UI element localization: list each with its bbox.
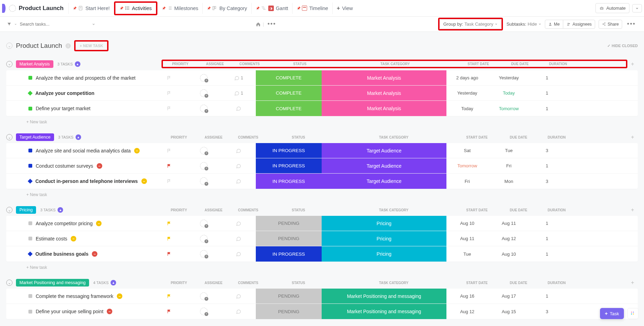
comment-icon[interactable] — [236, 236, 241, 241]
comment-icon[interactable] — [236, 178, 241, 184]
view-milestones[interactable]: 📌 Milestones — [157, 3, 202, 14]
due-date[interactable]: Aug 10 — [488, 252, 530, 257]
duration[interactable]: 1 — [530, 221, 564, 226]
comment-icon[interactable] — [236, 251, 241, 257]
start-date[interactable]: Aug 12 — [446, 309, 488, 314]
assignee-icon[interactable] — [200, 147, 208, 155]
flag-icon[interactable] — [167, 221, 172, 226]
sort-badge[interactable]: ▲ — [76, 134, 81, 140]
assignee-icon[interactable] — [200, 292, 208, 300]
col-priority[interactable]: PRIORITY — [162, 281, 196, 285]
col-start[interactable]: START DATE — [456, 281, 498, 285]
comment-icon[interactable] — [236, 293, 241, 299]
flag-icon[interactable] — [167, 148, 172, 153]
add-column[interactable]: + — [627, 134, 638, 140]
start-date[interactable]: Yesterday — [446, 90, 488, 96]
automate-chevron[interactable] — [632, 4, 642, 12]
category-cell[interactable]: Market Positioning and messaging — [322, 289, 446, 303]
group-expand[interactable]: ⌄ — [6, 207, 12, 213]
col-status[interactable]: STATUS — [266, 281, 331, 285]
assignee-icon[interactable] — [200, 250, 208, 258]
flag-icon[interactable] — [167, 252, 172, 256]
view-by-category[interactable]: 📌 By Category — [202, 3, 251, 14]
col-comments[interactable]: COMMENTS — [231, 135, 266, 139]
col-start[interactable]: START DATE — [456, 135, 498, 139]
start-date[interactable]: Fri — [446, 179, 488, 184]
duration[interactable]: 3 — [530, 309, 564, 314]
group-pill[interactable]: Pricing — [16, 206, 36, 214]
col-due[interactable]: DUE DATE — [498, 135, 539, 139]
col-priority[interactable]: PRIORITY — [162, 208, 196, 212]
duration[interactable]: 3 — [530, 179, 564, 184]
priority-tag-icon[interactable]: – — [71, 236, 76, 241]
status-cell[interactable]: PENDING — [256, 216, 322, 231]
chevron-down-icon[interactable] — [14, 23, 17, 26]
assignee-icon[interactable] — [200, 74, 208, 82]
group-expand[interactable]: ⌄ — [6, 134, 12, 140]
status-cell[interactable]: COMPLETE — [256, 101, 322, 116]
flag-icon[interactable] — [167, 236, 172, 241]
due-date[interactable]: Tue — [488, 148, 530, 153]
start-date[interactable]: Today — [446, 106, 488, 111]
list-expand[interactable]: ⌄ — [6, 43, 12, 49]
col-priority[interactable]: PRIORITY — [162, 135, 196, 139]
automate-button[interactable]: Automate — [595, 3, 629, 13]
assignee-icon[interactable] — [200, 308, 208, 315]
hide-closed-button[interactable]: ✓ HIDE CLOSED — [607, 44, 638, 48]
flag-icon[interactable] — [167, 164, 172, 168]
col-category[interactable]: TASK CATEGORY — [331, 281, 456, 285]
status-cell[interactable]: IN PROGRESS — [256, 246, 322, 262]
me-button[interactable]: Me — [545, 20, 563, 29]
due-date[interactable]: Fri — [488, 163, 530, 168]
col-comments[interactable]: COMMENTS — [231, 281, 266, 285]
col-assignee[interactable]: ASSIGNEE — [198, 62, 232, 66]
col-comments[interactable]: COMMENTS — [232, 62, 267, 66]
new-task-row[interactable]: + New task — [6, 189, 638, 198]
flag-icon[interactable] — [167, 106, 172, 111]
add-column[interactable]: + — [627, 61, 638, 67]
col-duration[interactable]: DURATION — [539, 135, 574, 139]
task-row[interactable]: Analyze site and social media analytics … — [6, 143, 638, 158]
due-date[interactable]: Aug 12 — [488, 236, 530, 241]
status-cell[interactable]: COMPLETE — [256, 86, 322, 100]
priority-tag-icon[interactable]: – — [107, 309, 112, 314]
start-date[interactable]: Sat — [446, 148, 488, 153]
assignee-icon[interactable] — [200, 220, 208, 227]
view-timeline[interactable]: 📌 Timeline — [292, 3, 332, 14]
category-cell[interactable]: Target Audience — [322, 143, 446, 158]
col-category[interactable]: TASK CATEGORY — [331, 135, 456, 139]
comment-icon[interactable] — [236, 148, 241, 153]
category-cell[interactable]: Target Audience — [322, 158, 446, 173]
priority-tag-icon[interactable]: – — [92, 251, 97, 257]
category-cell[interactable]: Market Analysis — [322, 70, 446, 85]
col-status[interactable]: STATUS — [267, 62, 333, 66]
status-cell[interactable]: IN PROGRESS — [256, 174, 322, 189]
due-date[interactable]: Today — [488, 90, 530, 96]
assignee-icon[interactable] — [200, 235, 208, 243]
share-button[interactable]: Share — [599, 20, 622, 29]
duration[interactable]: 1 — [530, 90, 564, 96]
status-cell[interactable]: IN PROGRESS — [256, 158, 322, 173]
task-row[interactable]: Conduct costumer surveys–IN PROGRESSTarg… — [6, 158, 638, 174]
breadcrumb-more[interactable]: ••• — [266, 19, 278, 29]
comment-icon[interactable]: 1 — [234, 90, 243, 96]
task-row[interactable]: Define your target marketCOMPLETEMarket … — [6, 101, 638, 116]
col-duration[interactable]: DURATION — [541, 62, 575, 66]
group-pill[interactable]: Market Positioning and messaging — [16, 279, 89, 287]
group-expand[interactable]: ⌄ — [6, 280, 12, 286]
view-start-here[interactable]: 📌 Start Here! — [68, 3, 114, 14]
subtasks-selector[interactable]: Subtasks: Hide — [506, 21, 541, 27]
flag-icon[interactable] — [167, 294, 172, 299]
float-task-button[interactable]: + Task — [600, 308, 624, 319]
col-duration[interactable]: DURATION — [539, 281, 574, 285]
col-priority[interactable]: PRIORITY — [163, 62, 198, 66]
duration[interactable]: 3 — [530, 148, 564, 153]
category-cell[interactable]: Pricing — [322, 246, 446, 262]
col-comments[interactable]: COMMENTS — [231, 208, 266, 212]
search-input[interactable] — [20, 21, 68, 27]
task-row[interactable]: Analyze your competition1COMPLETEMarket … — [6, 86, 638, 101]
col-assignee[interactable]: ASSIGNEE — [196, 281, 231, 285]
new-task-row[interactable]: + New task — [6, 116, 638, 125]
col-due[interactable]: DUE DATE — [498, 208, 539, 212]
chevron-down-icon[interactable] — [92, 23, 95, 26]
